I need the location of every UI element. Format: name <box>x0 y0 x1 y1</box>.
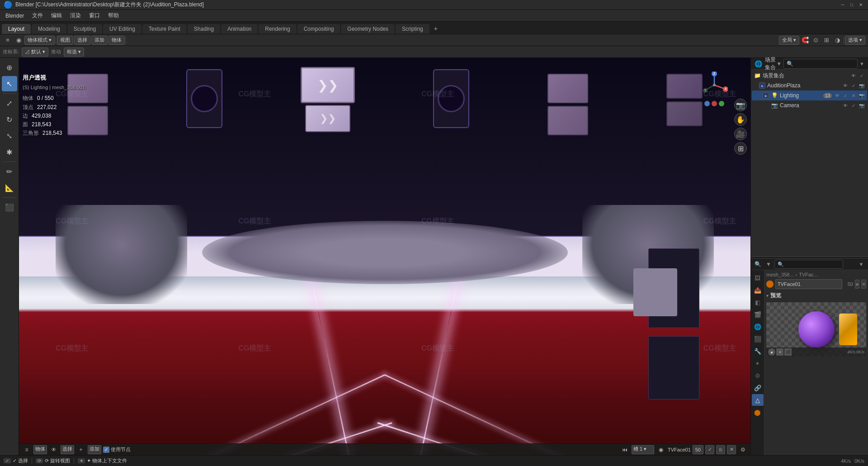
ap-select-btn[interactable]: ✓ <box>850 82 857 89</box>
prop-icon-filter[interactable]: ▼ <box>764 259 774 269</box>
menu-render[interactable]: 渲染 <box>66 11 85 20</box>
tab-scripting[interactable]: Scripting <box>396 24 429 34</box>
tab-uv-editing[interactable]: UV Editing <box>103 24 142 34</box>
mat-check-btn[interactable]: ✓ <box>705 445 714 454</box>
pst-object[interactable]: ⬛ <box>752 333 764 345</box>
view-menu[interactable]: 视图 <box>57 36 73 45</box>
mat-settings-icon[interactable]: ⚙ <box>738 445 748 455</box>
outliner-filter-btn[interactable]: ▼ <box>859 61 864 67</box>
ap-render-btn[interactable]: 📷 <box>858 82 865 89</box>
select-mode-btn[interactable]: 框选 ▾ <box>64 48 84 57</box>
material-icon[interactable]: ◉ <box>656 445 666 455</box>
light-eye-btn[interactable]: 👁 <box>834 92 841 99</box>
add-workspace-button[interactable]: + <box>430 23 441 34</box>
vp-select-filter[interactable]: 选择 <box>61 445 74 454</box>
preview-section-header[interactable]: ▾ 预览 <box>766 291 866 300</box>
preview-cube-btn[interactable]: ⬛ <box>784 348 792 356</box>
menu-blender[interactable]: Blender <box>2 12 28 20</box>
menu-file[interactable]: 文件 <box>28 11 47 20</box>
ap-eye-btn[interactable]: 👁 <box>842 82 849 89</box>
cam-render-btn[interactable]: 📷 <box>858 102 865 109</box>
pst-scene[interactable]: 🎬 <box>752 309 764 320</box>
outliner-scene-collection[interactable]: 📁 场景集合 👁 ✓ <box>752 71 867 81</box>
frame-select[interactable]: 槽 1 ▾ <box>632 445 654 454</box>
menu-window[interactable]: 窗口 <box>85 11 104 20</box>
pst-modifier[interactable]: 🔧 <box>752 345 764 357</box>
header-mode-icon[interactable]: ◉ <box>14 35 24 45</box>
magnet-icon[interactable]: 🧲 <box>800 35 810 45</box>
grid-gizmo-btn[interactable]: ⊞ <box>734 142 747 155</box>
cam-eye-btn[interactable]: 👁 <box>842 102 849 109</box>
close-button[interactable]: ✕ <box>857 1 864 9</box>
proportional-icon[interactable]: ⊙ <box>811 35 821 45</box>
prop-view-btn[interactable]: ▼ <box>856 259 866 269</box>
tab-layout[interactable]: Layout <box>2 24 31 34</box>
pst-world[interactable]: 🌐 <box>752 321 764 333</box>
tab-sculpting[interactable]: Sculpting <box>67 24 102 34</box>
vp-object-filter[interactable]: 物体 <box>33 445 47 454</box>
options-btn[interactable]: 选项 ▾ <box>845 36 865 45</box>
viewport-shading-icon[interactable]: ◑ <box>833 35 843 45</box>
vp-add-icon[interactable]: + <box>76 445 86 455</box>
select-tool-btn[interactable]: ↖ <box>2 76 17 91</box>
tab-modeling[interactable]: Modeling <box>32 24 66 34</box>
outliner-lighting[interactable]: ▸ 💡 Lighting 13 👁 ✓ ✕ 📷 <box>752 90 867 100</box>
light-disable-btn[interactable]: ✕ <box>850 92 857 99</box>
camera-gizmo-btn[interactable]: 📷 <box>734 99 747 111</box>
vp-menu-icon[interactable]: ≡ <box>22 445 32 455</box>
tab-texture-paint[interactable]: Texture Paint <box>142 24 187 34</box>
measure-tool-btn[interactable]: 📐 <box>2 180 17 195</box>
object-menu[interactable]: 物体 <box>108 36 125 45</box>
menu-help[interactable]: 帮助 <box>104 11 123 20</box>
move-tool-btn[interactable]: ⤢ <box>2 95 17 111</box>
overlay-icon[interactable]: ⊞ <box>822 35 832 45</box>
prop-search-input[interactable] <box>774 260 843 269</box>
global-select[interactable]: 全局 ▾ <box>779 36 799 45</box>
scale-tool-btn[interactable]: ⤡ <box>2 128 17 143</box>
mat-plus-btn[interactable]: + <box>855 280 859 289</box>
tab-rendering[interactable]: Rendering <box>259 24 296 34</box>
use-nodes-checkbox[interactable]: ✓ <box>103 447 109 453</box>
mat-remove-btn[interactable]: ✕ <box>861 280 866 289</box>
mode-select[interactable]: 物体模式 ▾ <box>24 36 55 45</box>
minimize-button[interactable]: ─ <box>839 1 846 9</box>
add-cube-btn[interactable]: ⬛ <box>2 200 17 215</box>
mat-copy-btn[interactable]: ⎘ <box>716 445 725 454</box>
tab-geometry-nodes[interactable]: Geometry Nodes <box>341 24 395 34</box>
cursor-tool-btn[interactable]: ⊕ <box>2 60 17 75</box>
preview-sphere-btn[interactable]: ● <box>768 348 775 356</box>
tab-shading[interactable]: Shading <box>188 24 220 34</box>
camera2-gizmo-btn[interactable]: 🎥 <box>734 128 747 140</box>
outliner-camera[interactable]: 📷 Camera 👁 ✓ 📷 <box>752 100 867 110</box>
select-menu[interactable]: 选择 <box>74 36 90 45</box>
pst-render[interactable]: 🖼 <box>752 272 764 284</box>
annotate-tool-btn[interactable]: ✏ <box>2 164 17 179</box>
frame-back-icon[interactable]: ⏮ <box>620 445 630 455</box>
vp-view-icon[interactable]: 👁 <box>49 445 59 455</box>
tab-compositing[interactable]: Compositing <box>297 24 340 34</box>
pst-physics[interactable]: ⚙ <box>752 370 764 381</box>
viewport-canvas[interactable]: ❯❯ ❯❯ <box>19 58 750 455</box>
transform-tool-btn[interactable]: ✱ <box>2 144 17 160</box>
mat-name-input[interactable] <box>775 279 842 289</box>
header-menu-icon[interactable]: ≡ <box>3 35 13 45</box>
pst-view-layer[interactable]: ◧ <box>752 296 764 308</box>
maximize-button[interactable]: □ <box>848 1 855 9</box>
pst-constraints[interactable]: 🔗 <box>752 382 764 394</box>
menu-edit[interactable]: 编辑 <box>47 11 66 20</box>
pst-particles[interactable]: ✦ <box>752 357 764 369</box>
navigation-widget[interactable]: Z X Y <box>701 71 728 99</box>
light-render-btn[interactable]: 📷 <box>858 92 865 99</box>
scene-disable-btn[interactable]: ✓ <box>858 72 865 79</box>
pst-output[interactable]: 📤 <box>752 284 764 296</box>
light-select-btn[interactable]: ✓ <box>842 92 849 99</box>
prop-icon-search[interactable]: 🔍 <box>753 259 763 269</box>
hand-gizmo-btn[interactable]: ✋ <box>734 113 747 126</box>
pst-data[interactable]: △ <box>752 394 764 406</box>
rotate-tool-btn[interactable]: ↻ <box>2 112 17 127</box>
preview-plane-btn[interactable]: ▪ <box>776 348 783 356</box>
coord-system-select[interactable]: ⊿ 默认 ▾ <box>22 48 48 57</box>
cam-select-btn[interactable]: ✓ <box>850 102 857 109</box>
scene-eye-btn[interactable]: 👁 <box>850 72 857 79</box>
add-menu[interactable]: 添加 <box>91 36 108 45</box>
